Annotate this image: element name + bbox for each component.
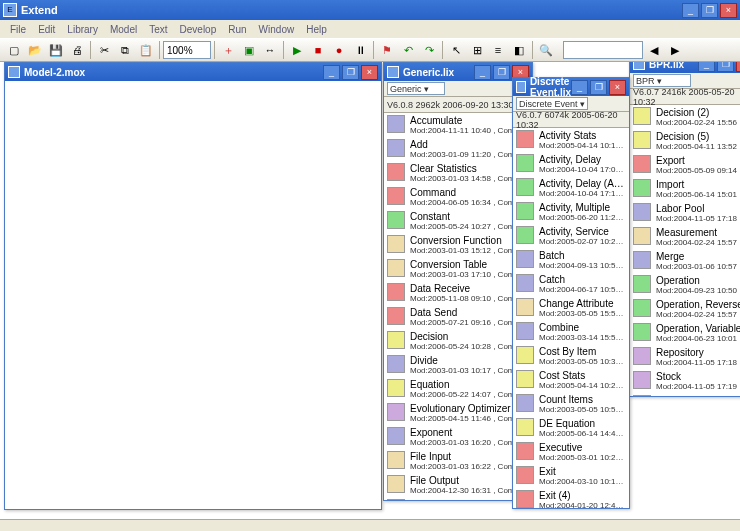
tool-redo-icon[interactable]: ↷ bbox=[419, 40, 439, 60]
tool-connect-icon[interactable]: ↔ bbox=[260, 40, 280, 60]
tool-run-icon[interactable]: ▶ bbox=[287, 40, 307, 60]
tool-prev-icon[interactable]: ◀ bbox=[644, 40, 664, 60]
list-item[interactable]: Decision (2)Mod:2004-02-24 15:56 , Comp:… bbox=[630, 105, 740, 129]
list-item[interactable]: TransactionMod:2003-06-20 11:17 , Comp:2… bbox=[630, 393, 740, 396]
list-item[interactable]: AccumulateMod:2004-11-11 10:40 , Comp:20… bbox=[384, 113, 532, 137]
tool-copy-icon[interactable]: ⧉ bbox=[115, 40, 135, 60]
list-item[interactable]: AddMod:2003-01-09 11:20 , Comp:200 bbox=[384, 137, 532, 161]
search-input[interactable] bbox=[563, 41, 643, 59]
list-item[interactable]: Activity StatsMod:2005-04-14 10:19 , Com bbox=[513, 128, 629, 152]
list-item[interactable]: StockMod:2004-11-05 17:19 , Comp:200 bbox=[630, 369, 740, 393]
tool-cut-icon[interactable]: ✂ bbox=[94, 40, 114, 60]
list-item[interactable]: Cost StatsMod:2005-04-14 10:21 , Com bbox=[513, 368, 629, 392]
list-item[interactable]: Conversion TableMod:2003-01-03 17:10 , C… bbox=[384, 257, 532, 281]
tool-paste-icon[interactable]: 📋 bbox=[136, 40, 156, 60]
child-close-button[interactable]: × bbox=[609, 80, 626, 95]
tool-grid-icon[interactable]: ⊞ bbox=[467, 40, 487, 60]
library-combo[interactable]: Generic ▾ bbox=[387, 82, 445, 95]
list-item[interactable]: ExponentMod:2003-01-03 16:20 , Comp:200 bbox=[384, 425, 532, 449]
child-close-button[interactable]: × bbox=[361, 65, 378, 80]
menu-window[interactable]: Window bbox=[253, 24, 301, 35]
tool-align-icon[interactable]: ≡ bbox=[488, 40, 508, 60]
list-item[interactable]: File InputMod:2003-01-03 16:22 , Comp:20… bbox=[384, 449, 532, 473]
library-combo[interactable]: BPR ▾ bbox=[633, 74, 691, 87]
list-item[interactable]: Exit (4)Mod:2004-01-20 12:43 , Com bbox=[513, 488, 629, 508]
child-close-button[interactable]: × bbox=[736, 62, 740, 72]
tool-plus-icon[interactable]: ＋ bbox=[218, 40, 238, 60]
list-item[interactable]: Count ItemsMod:2003-05-05 10:54 , Com bbox=[513, 392, 629, 416]
child-maximize-button[interactable]: ❐ bbox=[590, 80, 607, 95]
tool-print-icon[interactable]: 🖨 bbox=[67, 40, 87, 60]
child-minimize-button[interactable]: _ bbox=[571, 80, 588, 95]
list-item[interactable]: Activity, DelayMod:2004-10-04 17:09 , Co… bbox=[513, 152, 629, 176]
list-item[interactable]: ConstantMod:2005-05-24 10:27 , Comp:200 bbox=[384, 209, 532, 233]
list-item[interactable]: Data ReceiveMod:2005-11-08 09:10 , Comp:… bbox=[384, 281, 532, 305]
tool-pause-icon[interactable]: ⏸ bbox=[350, 40, 370, 60]
library-combo[interactable]: Discrete Event ▾ bbox=[516, 97, 588, 110]
child-minimize-button[interactable]: _ bbox=[323, 65, 340, 80]
list-item[interactable]: Operation, VariableMod:2004-06-23 10:01 … bbox=[630, 321, 740, 345]
list-item[interactable]: Evolutionary OptimizerMod:2005-04-15 11:… bbox=[384, 401, 532, 425]
list-item[interactable]: BatchMod:2004-09-13 10:53 , Com bbox=[513, 248, 629, 272]
list-item[interactable]: ExportMod:2005-05-09 09:14 , Comp:200 bbox=[630, 153, 740, 177]
list-item[interactable]: Conversion FunctionMod:2003-01-03 15:12 … bbox=[384, 233, 532, 257]
list-item[interactable]: Clear StatisticsMod:2003-01-03 14:58 , C… bbox=[384, 161, 532, 185]
menu-model[interactable]: Model bbox=[104, 24, 143, 35]
child-minimize-button[interactable]: _ bbox=[698, 62, 715, 72]
list-item[interactable]: File OutputMod:2004-12-30 16:31 , Comp:2… bbox=[384, 473, 532, 497]
list-item[interactable]: DecisionMod:2006-05-24 10:28 , Comp:200 bbox=[384, 329, 532, 353]
list-item[interactable]: Data SendMod:2005-07-21 09:16 , Comp:200 bbox=[384, 305, 532, 329]
list-item[interactable]: ImportMod:2005-06-14 15:01 , Comp:200 bbox=[630, 177, 740, 201]
list-item[interactable]: RepositoryMod:2004-11-05 17:18 , Comp:20… bbox=[630, 345, 740, 369]
list-item[interactable]: MeasurementMod:2004-02-24 15:57 , Comp:2… bbox=[630, 225, 740, 249]
tool-flag-icon[interactable]: ⚑ bbox=[377, 40, 397, 60]
list-item[interactable]: DivideMod:2003-01-03 10:17 , Comp:200 bbox=[384, 353, 532, 377]
list-item[interactable]: Activity, Delay (Attributes)Mod:2004-10-… bbox=[513, 176, 629, 200]
tool-block-icon[interactable]: ▣ bbox=[239, 40, 259, 60]
child-maximize-button[interactable]: ❐ bbox=[717, 62, 734, 72]
list-item[interactable]: FinancialsMod:2003-01-03 10:24 , Comp:20… bbox=[384, 497, 532, 500]
list-item[interactable]: OperationMod:2004-09-23 10:50 , Comp:200 bbox=[630, 273, 740, 297]
menu-library[interactable]: Library bbox=[61, 24, 104, 35]
tool-new-icon[interactable]: ▢ bbox=[4, 40, 24, 60]
tool-save-icon[interactable]: 💾 bbox=[46, 40, 66, 60]
child-titlebar[interactable]: Model-2.mox_❐× bbox=[5, 63, 381, 81]
list-item[interactable]: Activity, MultipleMod:2005-06-20 11:23 ,… bbox=[513, 200, 629, 224]
tool-next-icon[interactable]: ▶ bbox=[665, 40, 685, 60]
menu-text[interactable]: Text bbox=[143, 24, 173, 35]
child-titlebar[interactable]: Generic.lix_❐× bbox=[384, 63, 532, 81]
minimize-button[interactable]: _ bbox=[682, 3, 699, 18]
child-titlebar[interactable]: Discrete Event.lix_❐× bbox=[513, 78, 629, 96]
list-item[interactable]: CommandMod:2004-06-05 16:34 , Comp:200 bbox=[384, 185, 532, 209]
menu-edit[interactable]: Edit bbox=[32, 24, 61, 35]
list-item[interactable]: EquationMod:2006-05-22 14:07 , Comp:200 bbox=[384, 377, 532, 401]
list-item[interactable]: Labor PoolMod:2004-11-05 17:18 , Comp:20… bbox=[630, 201, 740, 225]
list-item[interactable]: CatchMod:2004-06-17 10:50 , Com bbox=[513, 272, 629, 296]
list-item[interactable]: Decision (5)Mod:2005-04-11 13:52 , Comp:… bbox=[630, 129, 740, 153]
list-item[interactable]: CombineMod:2003-03-14 15:56 , Com bbox=[513, 320, 629, 344]
tool-undo-icon[interactable]: ↶ bbox=[398, 40, 418, 60]
maximize-button[interactable]: ❐ bbox=[701, 3, 718, 18]
menu-run[interactable]: Run bbox=[222, 24, 252, 35]
menu-develop[interactable]: Develop bbox=[174, 24, 223, 35]
list-item[interactable]: Activity, ServiceMod:2005-02-07 10:22 , … bbox=[513, 224, 629, 248]
tool-find-icon[interactable]: 🔍 bbox=[536, 40, 556, 60]
child-titlebar[interactable]: BPR.lix_❐× bbox=[630, 62, 740, 73]
list-item[interactable]: MergeMod:2003-01-06 10:57 , Comp:200 bbox=[630, 249, 740, 273]
menu-help[interactable]: Help bbox=[300, 24, 333, 35]
tool-stop-icon[interactable]: ■ bbox=[308, 40, 328, 60]
tool-misc-icon[interactable]: ◧ bbox=[509, 40, 529, 60]
tool-pointer-icon[interactable]: ↖ bbox=[446, 40, 466, 60]
tool-step-icon[interactable]: ● bbox=[329, 40, 349, 60]
child-maximize-button[interactable]: ❐ bbox=[342, 65, 359, 80]
list-item[interactable]: Operation, ReverseMod:2004-02-24 15:57 ,… bbox=[630, 297, 740, 321]
child-maximize-button[interactable]: ❐ bbox=[493, 65, 510, 80]
list-item[interactable]: Cost By ItemMod:2003-05-05 10:30 , Com bbox=[513, 344, 629, 368]
list-item[interactable]: ExecutiveMod:2005-03-01 10:24 , Com bbox=[513, 440, 629, 464]
child-minimize-button[interactable]: _ bbox=[474, 65, 491, 80]
list-item[interactable]: DE EquationMod:2005-06-14 14:49 , Com bbox=[513, 416, 629, 440]
list-item[interactable]: ExitMod:2004-03-10 10:10 , Com bbox=[513, 464, 629, 488]
tool-open-icon[interactable]: 📂 bbox=[25, 40, 45, 60]
zoom-combo[interactable]: 100% bbox=[163, 41, 211, 59]
menu-file[interactable]: File bbox=[4, 24, 32, 35]
